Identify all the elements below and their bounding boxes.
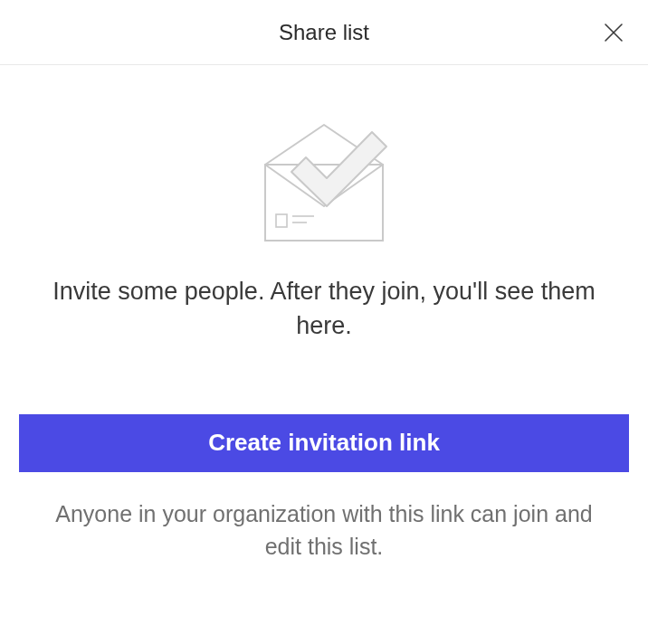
dialog-header: Share list (0, 0, 648, 65)
invite-message: Invite some people. After they join, you… (43, 275, 605, 344)
envelope-check-icon (238, 103, 410, 248)
link-permission-description: Anyone in your organization with this li… (43, 497, 605, 564)
create-invitation-link-button[interactable]: Create invitation link (19, 414, 629, 472)
envelope-check-illustration (238, 103, 410, 248)
dialog-title: Share list (279, 20, 369, 45)
close-button[interactable] (601, 20, 626, 45)
create-button-label: Create invitation link (208, 429, 440, 457)
close-icon (604, 23, 624, 43)
dialog-content: Invite some people. After they join, you… (0, 65, 648, 563)
